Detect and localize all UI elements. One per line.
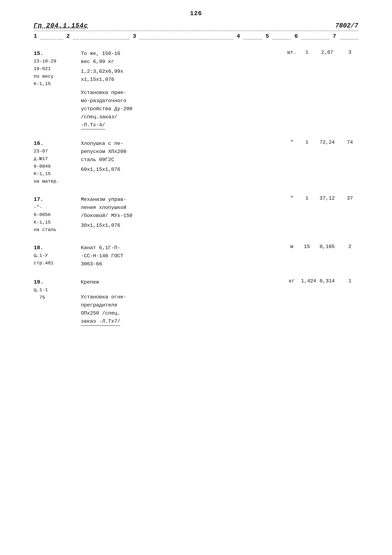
col-label-3: 3 bbox=[133, 33, 136, 39]
entry-19: 19. Ц.1-1 75 Крепеж Установка огне-прегр… bbox=[34, 278, 358, 326]
entry-15: 15. 23-10-2919-021по весуК-1,15 То же, 1… bbox=[34, 50, 358, 129]
total-16: 74 bbox=[341, 139, 358, 185]
col-label-5: 5 bbox=[266, 33, 269, 39]
total-18: 2 bbox=[341, 244, 358, 268]
col-label-4: 4 bbox=[237, 33, 240, 39]
ref-18: 18. Ц.1-Устр.481 bbox=[34, 244, 81, 268]
desc-main-19: Крепеж bbox=[81, 278, 279, 286]
desc-main-17: Механизм управ-ления хлопушкой/боковой/ … bbox=[81, 196, 279, 220]
ref-16: 16. 23-07д.№176-0049К-1,15на матер. bbox=[34, 139, 81, 185]
qty-16: 1 bbox=[301, 139, 314, 185]
unit-18: м bbox=[284, 244, 301, 268]
ref-code-18: Ц.1-Устр.481 bbox=[34, 252, 78, 267]
entry-number-19: 19. bbox=[34, 278, 44, 286]
entry-number-15: 15. bbox=[34, 50, 44, 58]
entry-number-18: 18. bbox=[34, 244, 44, 252]
ref-code-15: 23-10-2919-021по весуК-1,15 bbox=[34, 58, 78, 88]
total-19: 1 bbox=[341, 278, 358, 326]
entry-number-17: 17. bbox=[34, 196, 44, 204]
ref-code-16: 23-07д.№176-0049К-1,15на матер. bbox=[34, 148, 78, 185]
col-dash-4 bbox=[243, 33, 262, 39]
col-label-6: 6 bbox=[294, 33, 298, 39]
qty-17: 1 bbox=[301, 196, 314, 234]
unit-15: шт. bbox=[284, 50, 301, 129]
entry-16: 16. 23-07д.№176-0049К-1,15на матер. Хлоп… bbox=[34, 139, 358, 185]
desc-main-18: Канат 6,1Г-П--СС-Н-140 ГОСТ3063-66 bbox=[81, 244, 279, 268]
underlined-19: заказ -Л.Тх7/ bbox=[81, 317, 120, 326]
col-dash-7 bbox=[340, 33, 358, 39]
price-17: 37,12 bbox=[314, 196, 341, 234]
col-dash-2 bbox=[73, 33, 129, 39]
desc-extra-19: Установка огне-преградителяОПх250 /спец.… bbox=[81, 293, 279, 326]
desc-extra-15: Установка прие-мо-раздаточногоустройства… bbox=[81, 89, 279, 129]
col-dash-5 bbox=[272, 33, 291, 39]
entry-17: 17. -"-6-0056К-1,15на сталь Механизм упр… bbox=[34, 196, 358, 234]
table-body: 15. 23-10-2919-021по весуК-1,15 То же, 1… bbox=[34, 50, 358, 326]
desc-sub-17: 30х1,15х1,076 bbox=[81, 221, 279, 229]
total-17: 37 bbox=[341, 196, 358, 234]
col-dash-1 bbox=[40, 33, 63, 39]
desc-sub-15: 1,2:3,62х6,99хх1,15х1,076 bbox=[81, 67, 279, 84]
price-16: 72,24 bbox=[314, 139, 341, 185]
unit-16: " bbox=[284, 139, 301, 185]
desc-main-15: То же, 150-16вес 6,99 кг bbox=[81, 50, 279, 66]
header-line: Гп 204.1.154с 7802/7 bbox=[34, 22, 358, 31]
qty-15: 1 bbox=[301, 50, 314, 129]
entry-18: 18. Ц.1-Устр.481 Канат 6,1Г-П--СС-Н-140 … bbox=[34, 244, 358, 268]
unit-17: " bbox=[284, 196, 301, 234]
desc-16: Хлопушка с пе-репуском ХПх200сталь 09Г2С… bbox=[81, 139, 284, 185]
desc-main-16: Хлопушка с пе-репуском ХПх200сталь 09Г2С bbox=[81, 139, 279, 164]
desc-18: Канат 6,1Г-П--СС-Н-140 ГОСТ3063-66 bbox=[81, 244, 284, 268]
desc-sub-16: 60х1,15х1,076 bbox=[81, 165, 279, 174]
ref-code-17: -"-6-0056К-1,15на сталь bbox=[34, 204, 78, 234]
ref-code-19: Ц.1-1 75 bbox=[34, 286, 78, 301]
columns-row: 1 2 3 4 5 6 7 bbox=[34, 33, 358, 39]
underlined-15: -П.Тх-4/ bbox=[81, 121, 105, 129]
ref-15: 15. 23-10-2919-021по весуК-1,15 bbox=[34, 50, 81, 129]
price-15: 2,87 bbox=[314, 50, 341, 129]
price-18: 0,105 bbox=[314, 244, 341, 268]
desc-17: Механизм управ-ления хлопушкой/боковой/ … bbox=[81, 196, 284, 234]
price-19: 0,314 bbox=[314, 278, 341, 326]
desc-19: Крепеж Установка огне-преградителяОПх250… bbox=[81, 278, 284, 326]
qty-19: 1,424 bbox=[301, 278, 314, 326]
qty-18: 15 bbox=[301, 244, 314, 268]
desc-15: То же, 150-16вес 6,99 кг 1,2:3,62х6,99хх… bbox=[81, 50, 284, 129]
unit-19: кг bbox=[284, 278, 301, 326]
col-label-1: 1 bbox=[34, 33, 37, 39]
total-15: 3 bbox=[341, 50, 358, 129]
col-dash-6 bbox=[301, 33, 329, 39]
entry-number-16: 16. bbox=[34, 139, 44, 148]
ref-19: 19. Ц.1-1 75 bbox=[34, 278, 81, 326]
header-left: Гп 204.1.154с bbox=[34, 22, 88, 29]
ref-17: 17. -"-6-0056К-1,15на сталь bbox=[34, 196, 81, 234]
col-dash-3 bbox=[139, 33, 233, 39]
header-right: 7802/7 bbox=[335, 22, 358, 29]
page-number: 126 bbox=[34, 10, 358, 17]
col-label-2: 2 bbox=[66, 33, 70, 39]
col-label-7: 7 bbox=[333, 33, 336, 39]
